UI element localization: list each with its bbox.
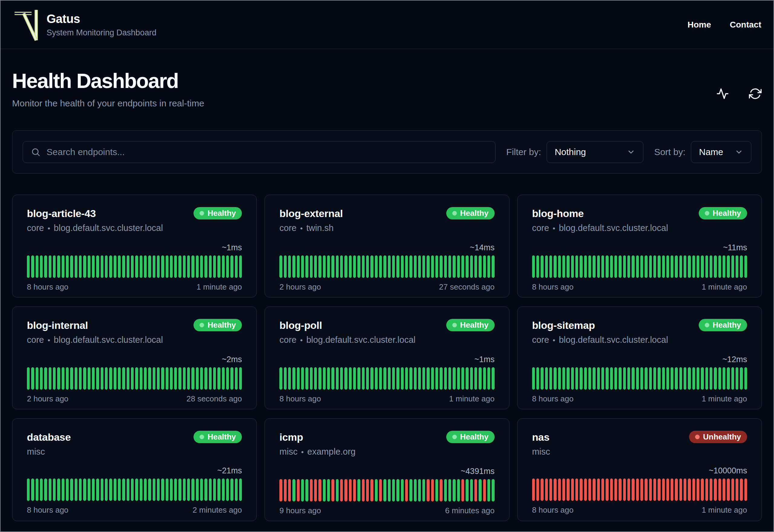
history-bar[interactable] xyxy=(688,478,691,501)
history-bar[interactable] xyxy=(487,479,490,501)
history-bar[interactable] xyxy=(118,367,121,390)
history-bar[interactable] xyxy=(684,367,686,390)
history-bar[interactable] xyxy=(75,367,77,390)
history-bar[interactable] xyxy=(479,479,481,501)
history-bar[interactable] xyxy=(148,478,151,501)
history-bar[interactable] xyxy=(554,255,556,278)
history-bar[interactable] xyxy=(49,478,51,501)
history-bar[interactable] xyxy=(662,478,665,501)
history-bar[interactable] xyxy=(57,478,60,501)
history-bar[interactable] xyxy=(83,255,86,278)
history-bar[interactable] xyxy=(606,367,608,390)
history-bar[interactable] xyxy=(66,367,69,390)
history-bar[interactable] xyxy=(140,367,142,390)
history-bar[interactable] xyxy=(697,367,699,390)
history-bar[interactable] xyxy=(701,367,704,390)
history-bar[interactable] xyxy=(584,478,587,501)
history-bar[interactable] xyxy=(66,478,69,501)
history-bar[interactable] xyxy=(396,367,399,390)
history-bar[interactable] xyxy=(239,255,242,278)
history-bar[interactable] xyxy=(122,367,125,390)
history-bar[interactable] xyxy=(62,255,64,278)
history-bar[interactable] xyxy=(92,255,95,278)
history-bar[interactable] xyxy=(409,367,412,390)
history-bar[interactable] xyxy=(375,479,378,501)
history-bar[interactable] xyxy=(710,367,712,390)
history-bar[interactable] xyxy=(492,367,494,390)
history-bar[interactable] xyxy=(453,479,455,501)
history-bar[interactable] xyxy=(140,255,142,278)
history-bar[interactable] xyxy=(457,367,460,390)
history-bar[interactable] xyxy=(710,255,712,278)
history-bar[interactable] xyxy=(318,367,321,390)
history-bar[interactable] xyxy=(105,255,108,278)
history-bar[interactable] xyxy=(388,255,391,278)
history-bar[interactable] xyxy=(536,255,539,278)
history-bar[interactable] xyxy=(541,255,543,278)
history-bar[interactable] xyxy=(640,367,643,390)
history-bar[interactable] xyxy=(170,367,173,390)
nav-link-contact[interactable]: Contact xyxy=(730,20,761,30)
history-bar[interactable] xyxy=(62,367,64,390)
history-bar[interactable] xyxy=(409,255,412,278)
history-bar[interactable] xyxy=(619,478,621,501)
history-bar[interactable] xyxy=(187,255,190,278)
history-bar[interactable] xyxy=(178,255,181,278)
history-bar[interactable] xyxy=(36,478,38,501)
history-bar[interactable] xyxy=(27,367,30,390)
history-bar[interactable] xyxy=(610,367,613,390)
history-bar[interactable] xyxy=(183,255,186,278)
history-bar[interactable] xyxy=(405,255,408,278)
history-bar[interactable] xyxy=(584,255,587,278)
history-bar[interactable] xyxy=(66,255,69,278)
history-bar[interactable] xyxy=(209,255,212,278)
history-bar[interactable] xyxy=(718,478,721,501)
history-bar[interactable] xyxy=(222,478,225,501)
history-bar[interactable] xyxy=(327,367,330,390)
history-bar[interactable] xyxy=(457,479,460,501)
history-bar[interactable] xyxy=(653,255,656,278)
history-bar[interactable] xyxy=(675,255,678,278)
history-bar[interactable] xyxy=(580,367,582,390)
history-bar[interactable] xyxy=(653,478,656,501)
history-bar[interactable] xyxy=(588,367,591,390)
history-bar[interactable] xyxy=(593,367,595,390)
history-bar[interactable] xyxy=(174,367,177,390)
history-bar[interactable] xyxy=(692,255,695,278)
history-bar[interactable] xyxy=(431,479,434,501)
history-bar[interactable] xyxy=(584,367,587,390)
history-bar[interactable] xyxy=(571,478,574,501)
history-bar[interactable] xyxy=(75,478,77,501)
history-bar[interactable] xyxy=(740,367,743,390)
history-bar[interactable] xyxy=(166,478,168,501)
history-bar[interactable] xyxy=(31,367,34,390)
history-bar[interactable] xyxy=(230,367,233,390)
history-bar[interactable] xyxy=(453,255,455,278)
history-bar[interactable] xyxy=(379,367,382,390)
history-bar[interactable] xyxy=(200,367,203,390)
history-bar[interactable] xyxy=(593,255,595,278)
history-bar[interactable] xyxy=(440,367,442,390)
history-bar[interactable] xyxy=(701,478,704,501)
history-bar[interactable] xyxy=(305,479,308,501)
history-bar[interactable] xyxy=(727,367,730,390)
history-bar[interactable] xyxy=(684,478,686,501)
history-bar[interactable] xyxy=(714,478,717,501)
history-bar[interactable] xyxy=(487,367,490,390)
endpoint-card-icmp[interactable]: icmp Healthy misc•example.org ~4391ms 9 … xyxy=(265,418,509,521)
history-bar[interactable] xyxy=(83,367,86,390)
history-bar[interactable] xyxy=(101,255,103,278)
history-bar[interactable] xyxy=(567,478,569,501)
history-bar[interactable] xyxy=(610,255,613,278)
history-bar[interactable] xyxy=(645,367,647,390)
history-bar[interactable] xyxy=(671,255,673,278)
history-bar[interactable] xyxy=(549,367,552,390)
history-bar[interactable] xyxy=(353,479,356,501)
history-bar[interactable] xyxy=(679,478,682,501)
history-bar[interactable] xyxy=(448,255,451,278)
history-bar[interactable] xyxy=(474,255,477,278)
history-bar[interactable] xyxy=(118,478,121,501)
history-bar[interactable] xyxy=(627,367,630,390)
history-bar[interactable] xyxy=(575,367,578,390)
history-bar[interactable] xyxy=(166,367,168,390)
